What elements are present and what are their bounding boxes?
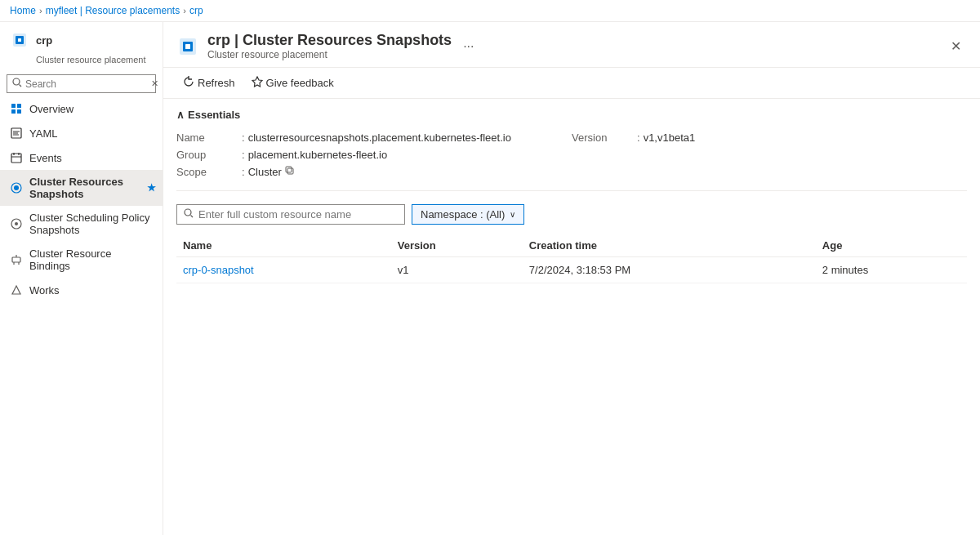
events-icon <box>10 151 23 164</box>
sidebar-subtitle: Cluster resource placement <box>0 55 163 71</box>
svg-rect-30 <box>287 168 293 174</box>
resources-table: Name Version Creation time Age crp-0-sna… <box>176 234 967 283</box>
essentials-right: Version : v1,v1beta1 <box>572 129 967 181</box>
table-body: crp-0-snapshot v1 7/2/2024, 3:18:53 PM 2… <box>176 257 967 283</box>
essentials-name-row: Name : clusterresourcesnapshots.placemen… <box>176 129 572 146</box>
yaml-icon <box>10 127 23 140</box>
snapshots-icon <box>10 181 23 194</box>
svg-line-33 <box>191 216 194 218</box>
chevron-down-icon: ∧ <box>176 109 185 121</box>
toolbar: Refresh Give feedback <box>163 68 980 99</box>
sidebar-item-cluster-resource-bindings[interactable]: Cluster Resource Bindings <box>0 242 163 278</box>
scheduling-icon <box>10 217 23 230</box>
title-bar-icon <box>176 35 199 58</box>
more-options-icon[interactable]: ··· <box>463 39 474 54</box>
sidebar-item-cluster-scheduling-policy[interactable]: Cluster Scheduling Policy Snapshots <box>0 206 163 242</box>
sidebar-item-bindings-label: Cluster Resource Bindings <box>29 247 153 272</box>
overview-icon <box>10 102 23 115</box>
namespace-filter-button[interactable]: Namespace : (All) ∨ <box>412 204 524 225</box>
sidebar-item-overview[interactable]: Overview <box>0 96 163 121</box>
sidebar-title: crp <box>36 34 52 47</box>
row-name-link[interactable]: crp-0-snapshot <box>183 264 254 276</box>
breadcrumb: Home › myfleet | Resource placements › c… <box>0 0 980 22</box>
svg-rect-8 <box>17 109 21 114</box>
row-creation-time: 7/2/2024, 3:18:53 PM <box>523 257 816 283</box>
sidebar-item-works[interactable]: Works <box>0 278 163 302</box>
filter-search-box[interactable] <box>176 204 405 225</box>
close-icon[interactable]: ✕ <box>944 35 967 58</box>
feedback-button[interactable]: Give feedback <box>245 73 341 93</box>
essentials-scope-row: Scope : Cluster <box>176 163 572 181</box>
breadcrumb-sep-2: › <box>183 6 186 16</box>
col-name: Name <box>176 234 391 257</box>
svg-line-4 <box>20 85 22 87</box>
svg-rect-28 <box>185 44 190 49</box>
sidebar-item-cluster-resources-snapshots[interactable]: Cluster Resources Snapshots ★ <box>0 170 163 206</box>
svg-point-18 <box>14 185 19 190</box>
svg-rect-21 <box>12 257 20 262</box>
resource-placement-icon <box>10 30 29 50</box>
sidebar-item-overview-label: Overview <box>29 103 74 115</box>
svg-rect-13 <box>11 154 21 163</box>
sidebar-item-events[interactable]: Events <box>0 145 163 170</box>
title-text: crp | Cluster Resources Snapshots Cluste… <box>207 32 452 60</box>
svg-rect-5 <box>11 104 16 108</box>
search-clear-icon[interactable]: ✕ <box>151 78 158 89</box>
sidebar-search-box[interactable]: ✕ « <box>7 74 156 93</box>
essentials-left: Name : clusterresourcesnapshots.placemen… <box>176 129 572 181</box>
svg-rect-6 <box>17 104 21 108</box>
table-row: crp-0-snapshot v1 7/2/2024, 3:18:53 PM 2… <box>176 257 967 283</box>
search-icon <box>12 78 22 90</box>
body-content: ∧ Essentials Name : clusterresourcesnaps… <box>163 99 980 535</box>
svg-rect-2 <box>18 38 21 42</box>
filter-bar: Namespace : (All) ∨ <box>176 204 967 225</box>
refresh-icon <box>183 76 194 90</box>
breadcrumb-home[interactable]: Home <box>10 5 36 16</box>
essentials-group-label: Group <box>176 149 242 161</box>
breadcrumb-sep-1: › <box>39 6 42 16</box>
svg-marker-25 <box>12 286 20 294</box>
title-bar: crp | Cluster Resources Snapshots Cluste… <box>163 22 980 68</box>
resource-name-input[interactable] <box>198 208 398 221</box>
refresh-button[interactable]: Refresh <box>176 73 242 93</box>
sidebar-item-yaml[interactable]: YAML <box>0 121 163 145</box>
table-header: Name Version Creation time Age <box>176 234 967 257</box>
sidebar: crp Cluster resource placement ✕ « Overv… <box>0 22 163 535</box>
essentials-header[interactable]: ∧ Essentials <box>176 109 967 121</box>
refresh-label: Refresh <box>198 77 235 89</box>
sidebar-item-works-label: Works <box>29 284 60 296</box>
svg-point-3 <box>13 78 20 85</box>
essentials-group-value: placement.kubernetes-fleet.io <box>248 149 388 161</box>
works-icon <box>10 283 23 296</box>
col-age: Age <box>816 234 967 257</box>
svg-point-32 <box>185 209 191 216</box>
essentials-version-value: v1,v1beta1 <box>644 132 696 144</box>
page-subtitle: Cluster resource placement <box>207 49 452 60</box>
search-input[interactable] <box>25 78 148 90</box>
essentials-scope-label: Scope <box>176 166 242 178</box>
col-creation-time: Creation time <box>523 234 816 257</box>
svg-marker-29 <box>252 77 262 87</box>
feedback-icon <box>252 76 263 90</box>
essentials-name-value: clusterresourcesnapshots.placement.kuber… <box>248 132 511 144</box>
svg-point-20 <box>15 222 18 225</box>
row-version: v1 <box>391 257 523 283</box>
col-version: Version <box>391 234 523 257</box>
star-icon[interactable]: ★ <box>147 182 156 194</box>
sidebar-item-events-label: Events <box>29 152 62 164</box>
row-age: 2 minutes <box>816 257 967 283</box>
svg-rect-7 <box>11 109 16 114</box>
filter-search-icon <box>184 208 194 221</box>
sidebar-item-scheduling-label: Cluster Scheduling Policy Snapshots <box>29 212 153 236</box>
breadcrumb-myfleet[interactable]: myfleet | Resource placements <box>46 5 180 16</box>
breadcrumb-current: crp <box>189 5 203 16</box>
essentials-group-row: Group : placement.kubernetes-fleet.io <box>176 146 572 163</box>
bindings-icon <box>10 253 23 266</box>
essentials-name-label: Name <box>176 132 242 144</box>
essentials-scope-value: Cluster <box>248 166 282 178</box>
sidebar-header: crp <box>0 22 163 55</box>
copy-scope-icon[interactable] <box>285 166 295 178</box>
namespace-chevron-icon: ∨ <box>510 210 515 219</box>
svg-rect-31 <box>286 167 292 172</box>
essentials-version-label: Version <box>572 132 637 144</box>
